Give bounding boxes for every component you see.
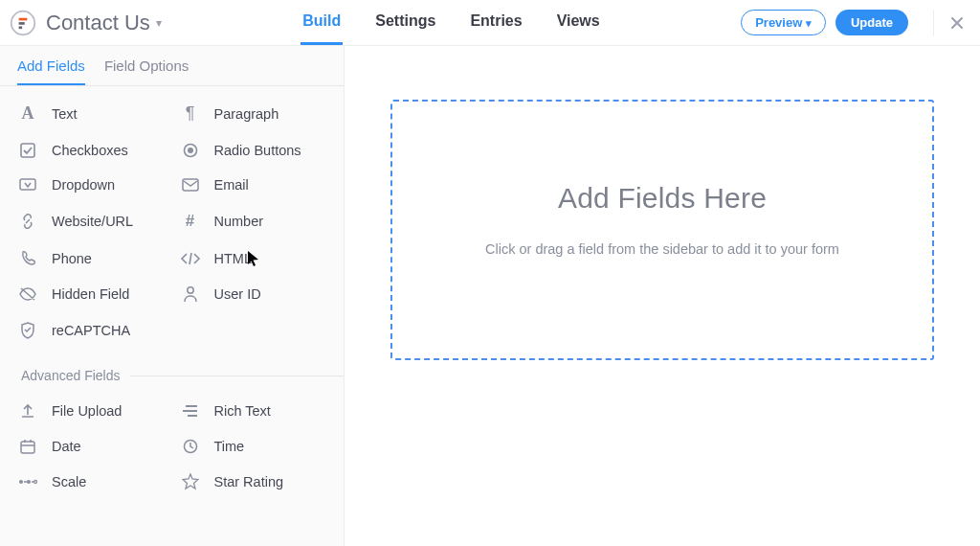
field-time[interactable]: Time [172, 429, 335, 464]
top-bar: Contact Us ▾ Build Settings Entries View… [0, 0, 980, 46]
field-html[interactable]: HTML [172, 240, 335, 276]
dropzone-headline: Add Fields Here [558, 182, 767, 215]
form-canvas: Add Fields Here Click or drag a field fr… [345, 46, 980, 546]
sidebar-tab-add-fields[interactable]: Add Fields [17, 57, 85, 85]
form-title-dropdown[interactable]: Contact Us ▾ [46, 11, 162, 35]
calendar-icon [17, 439, 38, 454]
phone-icon [17, 250, 38, 266]
close-button[interactable] [933, 10, 965, 36]
field-rich-text[interactable]: Rich Text [172, 393, 335, 429]
chevron-down-icon: ▾ [156, 16, 162, 30]
app-logo-icon [8, 8, 38, 38]
update-button[interactable]: Update [835, 10, 908, 35]
field-checkboxes[interactable]: Checkboxes [10, 133, 172, 168]
field-dropdown[interactable]: Dropdown [10, 168, 172, 202]
sidebar: Add Fields Field Options AText ¶Paragrap… [0, 46, 345, 546]
svg-rect-3 [19, 26, 23, 29]
svg-point-12 [19, 480, 23, 484]
radio-icon [180, 143, 201, 158]
primary-tabs: Build Settings Entries Views [301, 0, 601, 45]
sidebar-tab-field-options[interactable]: Field Options [104, 57, 189, 85]
svg-rect-1 [19, 17, 28, 20]
tab-views[interactable]: Views [555, 0, 602, 45]
field-phone[interactable]: Phone [10, 240, 172, 276]
email-icon [180, 178, 201, 192]
dropzone-hint: Click or drag a field from the sidebar t… [485, 241, 839, 257]
checkbox-icon [17, 143, 38, 158]
tab-settings[interactable]: Settings [373, 0, 437, 45]
chevron-down-icon: ▾ [806, 17, 812, 29]
svg-point-13 [27, 480, 31, 484]
link-icon [17, 213, 38, 230]
scale-icon [17, 478, 38, 486]
sidebar-tabs: Add Fields Field Options [0, 46, 344, 85]
shield-icon [17, 322, 38, 339]
field-userid[interactable]: User ID [172, 276, 335, 312]
svg-rect-4 [21, 144, 34, 157]
number-icon: # [180, 212, 201, 231]
svg-point-6 [188, 148, 193, 153]
field-radio[interactable]: Radio Buttons [172, 133, 335, 168]
svg-rect-10 [21, 442, 34, 453]
field-email[interactable]: Email [172, 168, 335, 202]
field-recaptcha[interactable]: reCAPTCHA [10, 312, 172, 349]
paragraph-icon: ¶ [180, 103, 201, 124]
text-icon: A [17, 103, 38, 124]
svg-rect-8 [183, 179, 198, 191]
workspace: Add Fields Field Options AText ¶Paragrap… [0, 46, 980, 546]
field-star-rating[interactable]: Star Rating [172, 464, 335, 500]
form-title-text: Contact Us [46, 11, 150, 35]
field-hidden[interactable]: Hidden Field [10, 276, 172, 312]
dropdown-icon [17, 177, 38, 193]
advanced-section-header: Advanced Fields [0, 354, 344, 393]
svg-rect-2 [19, 22, 25, 25]
tab-entries[interactable]: Entries [468, 0, 523, 45]
basic-fields: AText ¶Paragraph Checkboxes Radio Button… [0, 86, 344, 354]
field-file-upload[interactable]: File Upload [10, 393, 172, 429]
richtext-icon [180, 404, 201, 418]
clock-icon [180, 439, 201, 454]
field-scale[interactable]: Scale [10, 464, 172, 500]
field-dropzone[interactable]: Add Fields Here Click or drag a field fr… [390, 100, 934, 360]
star-icon [180, 473, 201, 490]
field-text[interactable]: AText [10, 94, 172, 133]
upload-icon [17, 402, 38, 420]
top-actions: Preview ▾ Update [741, 10, 965, 36]
svg-rect-7 [20, 179, 35, 190]
user-icon [180, 285, 201, 303]
hidden-icon [17, 286, 38, 302]
advanced-fields: File Upload Rich Text Date Time Scale St… [0, 393, 344, 506]
tab-build[interactable]: Build [301, 0, 343, 45]
preview-button[interactable]: Preview ▾ [741, 10, 826, 35]
code-icon [180, 252, 201, 265]
field-url[interactable]: Website/URL [10, 202, 172, 240]
field-number[interactable]: #Number [172, 202, 335, 240]
svg-point-14 [34, 481, 37, 484]
svg-point-9 [187, 287, 192, 293]
field-paragraph[interactable]: ¶Paragraph [172, 94, 335, 133]
field-date[interactable]: Date [10, 429, 172, 464]
